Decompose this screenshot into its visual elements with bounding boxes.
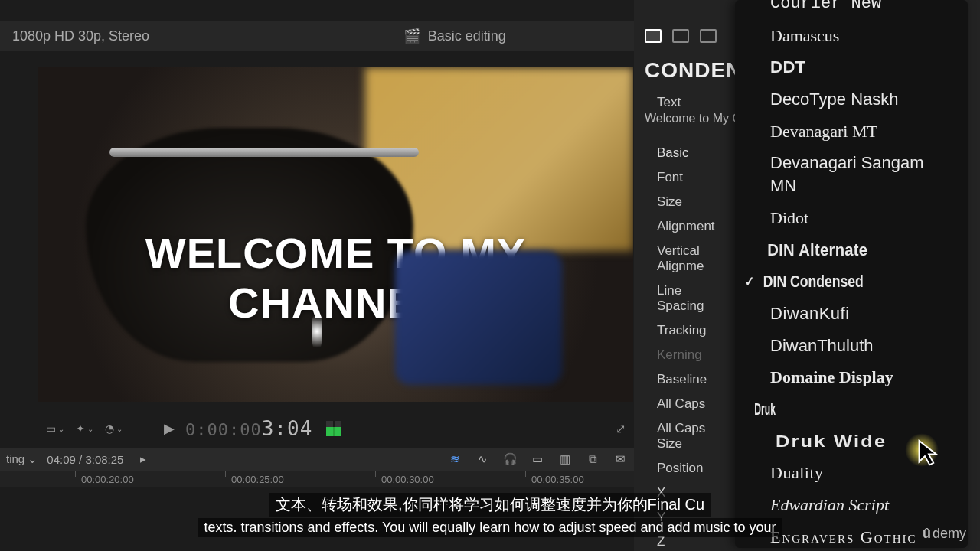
prop-line-spacing[interactable]: Line Spacing — [634, 279, 735, 318]
font-option-label: Devanagari Sangam MN — [770, 152, 951, 197]
title-overlay[interactable]: WELCOME TO MY CHANNEL — [38, 228, 633, 328]
insp-tab-text-icon[interactable] — [645, 29, 662, 43]
viewer-transport-bar: ▭⌄ ✦⌄ ◔⌄ ▶ 0:00:003:04 ⤢ — [38, 413, 633, 444]
font-option[interactable]: Druk Wide — [735, 425, 968, 458]
font-option-label: Druk Wide — [776, 430, 887, 453]
prop-allcaps[interactable]: All Caps — [634, 392, 735, 416]
font-option[interactable]: Devanagari MT — [735, 116, 968, 148]
font-option[interactable]: Didot — [735, 202, 968, 234]
font-option[interactable]: Edwardian Script — [735, 489, 968, 521]
check-icon: ✓ — [745, 272, 754, 291]
text-prop-value[interactable]: Welcome to My Cha — [634, 112, 735, 133]
font-option-label: DecoType Naskh — [770, 88, 899, 111]
solo-icon[interactable]: 🎧 — [501, 452, 519, 466]
prop-group: Basic — [634, 141, 735, 165]
font-option[interactable]: DIN Alternate — [735, 234, 949, 266]
video-frame-decor — [109, 148, 419, 157]
prop-z[interactable]: Z — [634, 530, 735, 551]
timeline-mode-dropdown[interactable]: ting ⌄ — [6, 452, 38, 466]
fullscreen-icon[interactable]: ⤢ — [616, 422, 626, 436]
audio-meters — [326, 421, 341, 436]
project-name: Basic editing — [428, 28, 506, 44]
ruler-tick: 00:00:25:00 — [231, 474, 284, 485]
font-option[interactable]: DiwanKufi — [735, 298, 968, 330]
insp-tab-info-icon[interactable] — [700, 29, 717, 43]
inspector-body: Text Welcome to My Cha Basic Font Size A… — [634, 90, 735, 551]
ruler-tick: 00:00:20:00 — [81, 474, 134, 485]
ruler-tick: 00:00:35:00 — [531, 474, 584, 485]
viewer-timecode[interactable]: 0:00:003:04 — [185, 417, 312, 440]
prop-y[interactable]: Y — [634, 505, 735, 530]
font-option[interactable]: ✓DIN Condensed — [735, 266, 921, 298]
timeline-ruler[interactable]: 00:00:20:00 00:00:25:00 00:00:30:00 00:0… — [0, 471, 658, 487]
index-icon[interactable]: ▥ — [556, 452, 574, 466]
font-option[interactable]: Damascus — [735, 20, 968, 52]
play-button[interactable]: ▶ — [164, 420, 175, 437]
font-option[interactable]: Devanagari Sangam MN — [735, 147, 968, 201]
app-root: 1080p HD 30p, Stereo 🎬 Basic editing 72%… — [0, 0, 980, 551]
snap-icon[interactable]: ▭ — [528, 452, 547, 466]
font-option-label: Domaine Display — [770, 366, 893, 389]
font-option-label: Edwardian Script — [770, 494, 889, 517]
font-option-label: DDT — [770, 56, 806, 79]
retime-tool[interactable]: ◔⌄ — [104, 419, 122, 438]
skimming-icon[interactable]: ≋ — [446, 452, 464, 466]
font-option[interactable]: DDT — [735, 51, 968, 83]
font-option-label: Druk — [754, 398, 776, 421]
font-option-label: Duality — [770, 461, 824, 484]
font-dropdown-list[interactable]: Courier NewDamascusDDTDecoType NaskhDeva… — [735, 0, 968, 548]
font-option[interactable]: Druk — [735, 393, 863, 425]
audio-skim-icon[interactable]: ∿ — [473, 452, 492, 466]
timeline-header: ting ⌄ 04:09 / 3:08:25 ▸ ≋ ∿ 🎧 ▭ ▥ ⧉ ✉ — [0, 448, 635, 471]
timeline-nav-icon[interactable]: ▸ — [140, 452, 146, 466]
enhance-tool[interactable]: ✦⌄ — [75, 419, 93, 438]
prop-allcaps-size[interactable]: All Caps Size — [634, 416, 735, 456]
insp-tab-video-icon[interactable] — [672, 29, 689, 43]
font-option-label: DiwanThuluth — [770, 334, 874, 357]
inspector-panel: CONDENSED Text Welcome to My Cha Basic F… — [634, 0, 980, 551]
font-option[interactable]: Courier New — [735, 0, 968, 20]
font-option-label: Damascus — [770, 24, 839, 47]
tl-icon-b[interactable]: ✉ — [611, 452, 629, 466]
prop-x[interactable]: X — [634, 481, 735, 505]
timeline-position: 04:09 / 3:08:25 — [47, 453, 123, 466]
font-option-label: DiwanKufi — [770, 302, 850, 325]
font-option-label: Courier New — [770, 0, 881, 15]
prop-baseline[interactable]: Baseline — [634, 367, 735, 392]
prop-kerning: Kerning — [634, 343, 735, 367]
font-option[interactable]: Domaine Display — [735, 361, 968, 393]
prop-alignment[interactable]: Alignment — [634, 214, 735, 239]
prop-tracking[interactable]: Tracking — [634, 318, 735, 343]
font-option[interactable]: DiwanThuluth — [735, 330, 968, 362]
font-option-label: Didot — [770, 207, 808, 230]
format-label: 1080p HD 30p, Stereo — [12, 28, 149, 44]
ruler-tick: 00:00:30:00 — [381, 474, 434, 485]
font-option-label: Devanagari MT — [770, 120, 877, 143]
clapper-icon: 🎬 — [403, 28, 420, 44]
tl-icon-a[interactable]: ⧉ — [583, 452, 602, 466]
font-option[interactable]: Duality — [735, 457, 968, 489]
prop-vertical-align[interactable]: Vertical Alignme — [634, 239, 735, 279]
transform-tool[interactable]: ▭⌄ — [46, 419, 64, 438]
prop-font[interactable]: Font — [634, 165, 735, 190]
font-option[interactable]: DecoType Naskh — [735, 83, 968, 116]
prop-size[interactable]: Size — [634, 190, 735, 214]
prop-position[interactable]: Position — [634, 456, 735, 481]
font-option-label: DIN Alternate — [767, 239, 867, 262]
viewer-canvas[interactable]: WELCOME TO MY CHANNEL — [38, 67, 633, 402]
provider-logo: demy — [923, 526, 966, 542]
text-prop-label: Text — [634, 90, 735, 112]
font-option-label: Engravers Gothic — [770, 526, 917, 548]
font-option-label: DIN Condensed — [763, 270, 864, 293]
